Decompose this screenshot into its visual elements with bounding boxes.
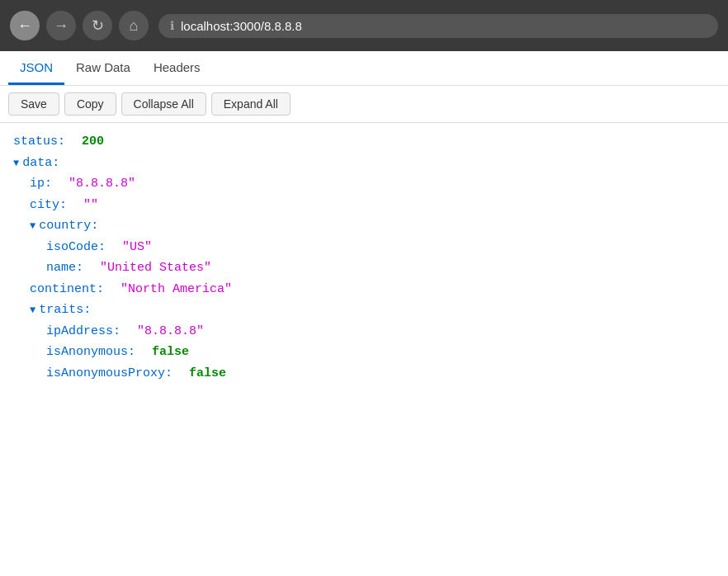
- isocode-key: isoCode:: [46, 237, 106, 258]
- city-row: city: "": [13, 195, 715, 216]
- info-icon: ℹ: [170, 19, 174, 32]
- tab-json[interactable]: JSON: [8, 52, 64, 85]
- country-row: country:: [13, 215, 715, 237]
- data-row: data:: [13, 153, 715, 174]
- isanonymousproxy-row: isAnonymousProxy: false: [13, 363, 715, 385]
- data-key: data:: [22, 153, 59, 174]
- name-key: name:: [46, 257, 83, 279]
- status-value: 200: [65, 131, 104, 153]
- forward-button[interactable]: →: [46, 11, 76, 40]
- continent-value: "North America": [104, 279, 232, 300]
- ipaddress-row: ipAddress: "8.8.8.8": [13, 321, 715, 342]
- tab-headers[interactable]: Headers: [142, 52, 212, 85]
- isanonymous-row: isAnonymous: false: [13, 342, 715, 363]
- traits-toggle[interactable]: [30, 302, 35, 319]
- isanonymous-key: isAnonymous:: [46, 342, 135, 363]
- name-value: "United States": [83, 257, 211, 279]
- continent-row: continent: "North America": [13, 279, 715, 300]
- isocode-value: "US": [106, 237, 152, 258]
- traits-key: traits:: [39, 300, 91, 321]
- toolbar: Save Copy Collapse All Expand All: [0, 86, 728, 123]
- home-button[interactable]: ⌂: [119, 11, 149, 40]
- country-key: country:: [39, 215, 98, 237]
- ip-key: ip:: [30, 173, 52, 195]
- save-button[interactable]: Save: [8, 92, 59, 116]
- back-button[interactable]: ←: [10, 11, 40, 40]
- reload-button[interactable]: ↻: [83, 11, 112, 40]
- home-icon: ⌂: [130, 17, 139, 35]
- status-key: status:: [13, 131, 65, 153]
- data-toggle[interactable]: [13, 155, 19, 172]
- city-value: "": [67, 195, 98, 216]
- isanonymousproxy-value: false: [173, 363, 226, 385]
- forward-icon: →: [54, 17, 69, 35]
- name-row: name: "United States": [13, 257, 715, 279]
- browser-chrome: ← → ↻ ⌂ ℹ localhost:3000/8.8.8.8: [0, 0, 728, 51]
- url-text: localhost:3000/8.8.8.8: [181, 19, 302, 33]
- collapse-all-button[interactable]: Collapse All: [121, 92, 206, 116]
- reload-icon: ↻: [92, 17, 104, 35]
- address-bar[interactable]: ℹ localhost:3000/8.8.8.8: [158, 14, 718, 38]
- status-row: status: 200: [13, 131, 715, 153]
- tab-raw-data[interactable]: Raw Data: [64, 52, 142, 85]
- ip-row: ip: "8.8.8.8": [13, 173, 715, 195]
- expand-all-button[interactable]: Expand All: [211, 92, 291, 116]
- isanonymousproxy-key: isAnonymousProxy:: [46, 363, 173, 385]
- city-key: city:: [30, 195, 67, 216]
- json-content: status: 200 data: ip: "8.8.8.8" city: ""…: [0, 123, 728, 392]
- tab-bar: JSON Raw Data Headers: [0, 51, 728, 86]
- isocode-row: isoCode: "US": [13, 237, 715, 258]
- country-toggle[interactable]: [30, 218, 35, 234]
- ip-value: "8.8.8.8": [52, 173, 135, 195]
- ipaddress-value: "8.8.8.8": [121, 321, 204, 342]
- ipaddress-key: ipAddress:: [46, 321, 121, 342]
- isanonymous-value: false: [135, 342, 189, 363]
- back-icon: ←: [17, 17, 32, 35]
- continent-key: continent:: [30, 279, 104, 300]
- traits-row: traits:: [13, 300, 715, 321]
- copy-button[interactable]: Copy: [64, 92, 116, 116]
